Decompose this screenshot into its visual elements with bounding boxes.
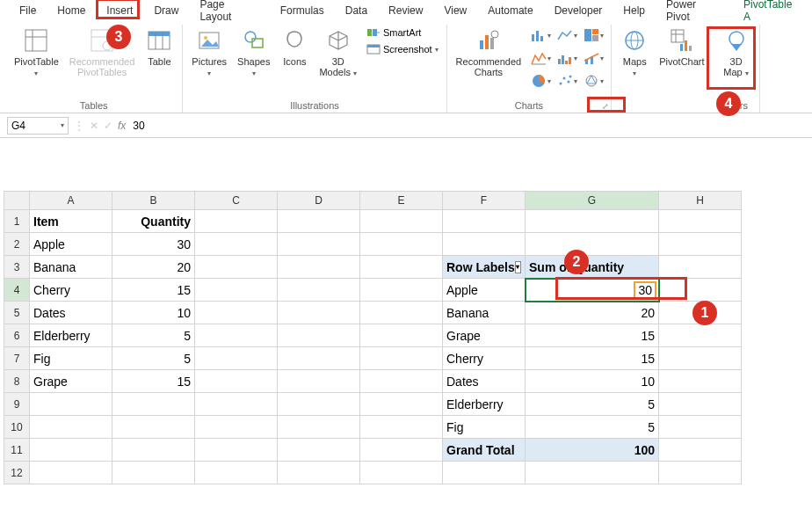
row-header-9[interactable]: 9 <box>4 393 30 416</box>
cell-G2[interactable] <box>526 233 659 256</box>
cell-G9[interactable]: 5 <box>526 393 659 416</box>
cell-A8[interactable]: Grape <box>30 370 112 393</box>
cell-A1[interactable]: Item <box>30 210 112 233</box>
cell-H9[interactable] <box>659 393 742 416</box>
row-header-1[interactable]: 1 <box>4 210 30 233</box>
cell-D4[interactable] <box>278 279 360 302</box>
select-all-corner[interactable] <box>4 191 30 210</box>
combo-chart-button[interactable]: ▾ <box>581 47 605 69</box>
cell-C9[interactable] <box>195 393 278 416</box>
cell-C1[interactable] <box>195 210 278 233</box>
recommended-charts-button[interactable]: Recommended Charts <box>453 25 526 79</box>
screenshot-button[interactable]: Screenshot ▾ <box>364 41 441 57</box>
col-header-A[interactable]: A <box>30 191 112 210</box>
filter-dropdown-icon[interactable]: ▾ <box>515 261 521 273</box>
cell-G8[interactable]: 10 <box>526 370 659 393</box>
cell-B6[interactable]: 5 <box>112 324 195 347</box>
cell-F3[interactable]: Row Labels▾ <box>443 256 526 279</box>
cell-E10[interactable] <box>360 416 443 439</box>
cell-D8[interactable] <box>278 370 360 393</box>
cell-D1[interactable] <box>278 210 360 233</box>
pictures-button[interactable]: Pictures▾ <box>188 25 230 80</box>
icons-button[interactable]: Icons <box>277 25 312 69</box>
hierarchy-chart-button[interactable]: ▾ <box>528 47 553 69</box>
row-header-12[interactable]: 12 <box>4 462 30 484</box>
cell-B2[interactable]: 30 <box>112 233 195 256</box>
enter-icon[interactable]: ✓ <box>104 120 112 132</box>
cell-C10[interactable] <box>195 416 278 439</box>
cell-F10[interactable]: Fig <box>443 416 526 439</box>
cell-B12[interactable] <box>112 462 195 484</box>
cell-H6[interactable] <box>659 324 742 347</box>
treemap-chart-button[interactable]: ▾ <box>581 25 605 46</box>
cell-E6[interactable] <box>360 324 443 347</box>
cell-C12[interactable] <box>195 462 278 484</box>
cell-A12[interactable] <box>30 462 112 484</box>
col-header-F[interactable]: F <box>443 191 526 210</box>
cell-F4[interactable]: Apple <box>443 279 526 302</box>
cell-E8[interactable] <box>360 370 443 393</box>
cell-C5[interactable] <box>195 302 278 324</box>
cell-D7[interactable] <box>278 347 360 370</box>
cell-E9[interactable] <box>360 393 443 416</box>
charts-dialog-launcher[interactable]: ⤢ <box>602 102 609 111</box>
cell-E2[interactable] <box>360 233 443 256</box>
pivotchart-button[interactable]: PivotChart <box>656 25 707 69</box>
cell-E5[interactable] <box>360 302 443 324</box>
scatter-chart-button[interactable]: ▾ <box>555 70 579 91</box>
menu-automate[interactable]: Automate <box>477 2 543 19</box>
cell-E4[interactable] <box>360 279 443 302</box>
col-header-C[interactable]: C <box>195 191 278 210</box>
menu-formulas[interactable]: Formulas <box>270 2 335 19</box>
cell-C6[interactable] <box>195 324 278 347</box>
cell-H4[interactable] <box>659 279 742 302</box>
cell-A2[interactable]: Apple <box>30 233 112 256</box>
cell-H2[interactable] <box>659 233 742 256</box>
cell-C3[interactable] <box>195 256 278 279</box>
row-header-3[interactable]: 3 <box>4 256 30 279</box>
cell-A10[interactable] <box>30 416 112 439</box>
cell-B9[interactable] <box>112 393 195 416</box>
cell-D3[interactable] <box>278 256 360 279</box>
cell-E1[interactable] <box>360 210 443 233</box>
cell-H3[interactable] <box>659 256 742 279</box>
cell-E3[interactable] <box>360 256 443 279</box>
maps-button[interactable]: Maps▾ <box>617 25 652 80</box>
cell-E12[interactable] <box>360 462 443 484</box>
pie-chart-button[interactable]: ▾ <box>528 70 553 91</box>
cell-F12[interactable] <box>443 462 526 484</box>
cell-B11[interactable] <box>112 439 195 462</box>
cell-G5[interactable]: 20 <box>526 302 659 324</box>
cell-H11[interactable] <box>659 439 742 462</box>
cell-C7[interactable] <box>195 347 278 370</box>
cell-B7[interactable]: 5 <box>112 347 195 370</box>
cell-F2[interactable] <box>443 233 526 256</box>
cell-G1[interactable] <box>526 210 659 233</box>
cell-B10[interactable] <box>112 416 195 439</box>
table-button[interactable]: Table <box>141 25 177 69</box>
cell-A3[interactable]: Banana <box>30 256 112 279</box>
row-header-8[interactable]: 8 <box>4 370 30 393</box>
menu-draw[interactable]: Draw <box>143 2 189 19</box>
row-header-4[interactable]: 4 <box>4 279 30 302</box>
column-chart-button[interactable]: ▾ <box>528 25 553 46</box>
cell-A5[interactable]: Dates <box>30 302 112 324</box>
cell-G10[interactable]: 5 <box>526 416 659 439</box>
cell-H8[interactable] <box>659 370 742 393</box>
cell-F11[interactable]: Grand Total <box>443 439 526 462</box>
menu-pivottable-analyze[interactable]: PivotTable A <box>733 0 812 25</box>
cell-F1[interactable] <box>443 210 526 233</box>
cell-B4[interactable]: 15 <box>112 279 195 302</box>
cell-C2[interactable] <box>195 233 278 256</box>
cell-C8[interactable] <box>195 370 278 393</box>
cancel-icon[interactable]: ✕ <box>90 120 98 132</box>
cell-G3[interactable]: Sum of Quantity <box>526 256 659 279</box>
cell-H1[interactable] <box>659 210 742 233</box>
cell-G4[interactable]: 30 <box>526 279 659 302</box>
menu-file[interactable]: File <box>9 2 47 19</box>
shapes-button[interactable]: Shapes▾ <box>234 25 273 80</box>
cell-A9[interactable] <box>30 393 112 416</box>
cell-G12[interactable] <box>526 462 659 484</box>
cell-G6[interactable]: 15 <box>526 324 659 347</box>
cell-D6[interactable] <box>278 324 360 347</box>
